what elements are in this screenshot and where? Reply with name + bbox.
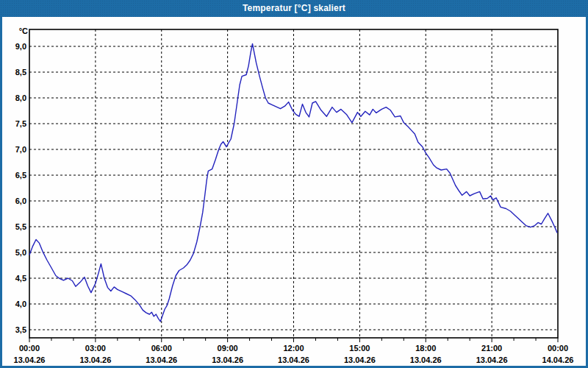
x-axis-time-label: 21:00 — [481, 344, 502, 353]
x-axis-date-label: 14.04.26 — [542, 355, 574, 364]
y-axis-label: 4,0 — [15, 300, 26, 308]
x-axis-time-label: 18:00 — [415, 344, 436, 353]
y-axis-unit-label: °C — [19, 26, 28, 35]
y-axis-label: 6,0 — [15, 197, 26, 205]
temperature-line-chart: 9,08,58,07,57,06,56,05,55,04,54,03,500:0… — [0, 0, 588, 368]
y-axis-label: 3,5 — [15, 325, 26, 334]
x-axis-date-label: 13.04.26 — [14, 355, 46, 364]
y-axis-label: 5,0 — [15, 248, 26, 257]
x-axis-date-label: 13.04.26 — [146, 355, 177, 364]
y-axis-label: 4,5 — [15, 274, 26, 283]
y-axis-label: 7,0 — [15, 145, 26, 154]
x-axis-date-label: 13.04.26 — [476, 355, 508, 364]
y-axis-label: 6,5 — [15, 171, 26, 180]
x-axis-date-label: 13.04.26 — [212, 355, 243, 364]
x-axis-date-label: 13.04.26 — [410, 355, 442, 364]
x-axis-time-label: 09:00 — [218, 344, 238, 353]
x-axis-time-label: 06:00 — [151, 344, 172, 353]
x-axis-date-label: 13.04.26 — [79, 355, 111, 364]
y-axis-label: 8,5 — [15, 68, 26, 77]
x-axis-time-label: 15:00 — [349, 344, 370, 353]
y-axis-label: 7,5 — [15, 119, 26, 128]
temperature-chart-window: Temperatur [°C] skaliert 9,08,58,07,57,0… — [0, 0, 588, 368]
x-axis-date-label: 13.04.26 — [344, 355, 376, 364]
y-axis-label: 8,0 — [15, 93, 26, 102]
x-axis-time-label: 12:00 — [283, 344, 304, 353]
x-axis-time-label: 03:00 — [85, 344, 106, 353]
x-axis-date-label: 13.04.26 — [278, 355, 309, 364]
x-axis-time-label: 00:00 — [19, 344, 40, 353]
x-axis-time-label: 00:00 — [548, 344, 568, 353]
y-axis-label: 9,0 — [15, 42, 26, 51]
temperature-line — [29, 44, 557, 322]
y-axis-label: 5,5 — [15, 222, 26, 231]
